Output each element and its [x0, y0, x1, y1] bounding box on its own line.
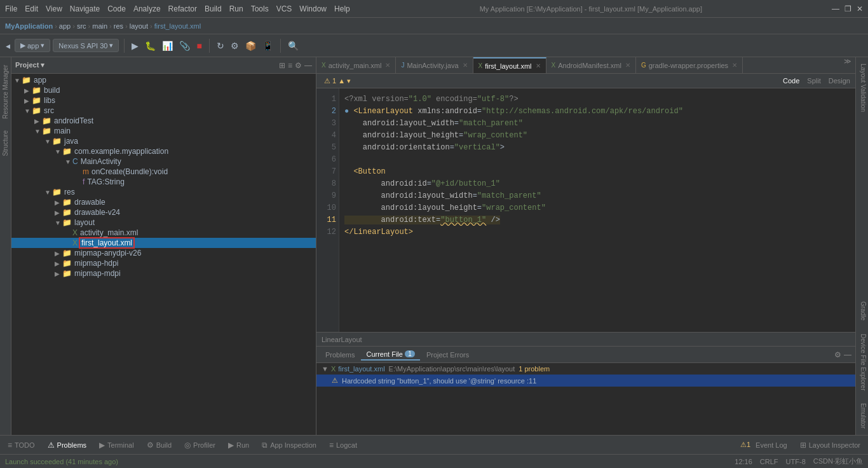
window-controls[interactable]: — ❐ ✕ [832, 4, 863, 13]
tree-item-tag[interactable]: f TAG:String [11, 177, 316, 187]
gradle-sync-icon[interactable]: ⚙ [229, 39, 241, 53]
bottom-tab-terminal[interactable]: ▶ Terminal [97, 439, 137, 451]
problems-tab-all[interactable]: Problems [320, 350, 360, 360]
breadcrumb-app-module[interactable]: app [59, 22, 71, 30]
menu-run[interactable]: Run [229, 4, 243, 13]
problems-close-icon[interactable]: — [844, 350, 851, 359]
breadcrumb-main[interactable]: main [92, 22, 107, 30]
tree-item-mipmap-anydpi[interactable]: ▶ 📁 mipmap-anydpi-v26 [11, 248, 316, 258]
bottom-tab-todo[interactable]: ≡ TODO [5, 439, 37, 451]
menu-build[interactable]: Build [205, 4, 222, 13]
bottom-tab-app-inspection[interactable]: ⧉ App Inspection [259, 439, 319, 451]
tab-close-mainactivity[interactable]: ✕ [463, 62, 468, 69]
code-view-button[interactable]: Code [780, 76, 802, 85]
tree-item-java[interactable]: ▼ 📁 java [11, 136, 316, 146]
split-view-button[interactable]: Split [804, 76, 823, 85]
menu-navigate[interactable]: Navigate [70, 4, 100, 13]
tab-close-androidmanifest[interactable]: ✕ [625, 62, 630, 69]
expand-arrow-app[interactable]: ▼ [14, 77, 22, 84]
menu-code[interactable]: Code [107, 4, 126, 13]
panel-expand-icon[interactable]: ⊞ [279, 61, 285, 70]
expand-arrow-drawable[interactable]: ▶ [55, 199, 62, 206]
bottom-event-log[interactable]: ⚠1 Event Log [738, 439, 790, 450]
menu-analyze[interactable]: Analyze [133, 4, 161, 13]
stop-button[interactable]: ■ [194, 39, 203, 53]
menu-bar[interactable]: File Edit View Navigate Code Analyze Ref… [5, 4, 350, 13]
tree-item-drawable[interactable]: ▶ 📁 drawable [11, 197, 316, 207]
bottom-tab-profiler[interactable]: ◎ Profiler [182, 439, 218, 451]
tree-item-mipmap-mdpi[interactable]: ▶ 📁 mipmap-mdpi [11, 268, 316, 279]
menu-edit[interactable]: Edit [25, 4, 38, 13]
menu-view[interactable]: View [46, 4, 62, 13]
breadcrumb-res[interactable]: res [114, 22, 123, 30]
expand-arrow-mainactivity[interactable]: ▼ [65, 158, 72, 165]
bottom-layout-inspector[interactable]: ⊞ Layout Inspector [797, 439, 863, 451]
breadcrumb-app[interactable]: MyApplication [5, 22, 53, 30]
panel-minimize-icon[interactable]: — [304, 61, 312, 70]
tree-item-src[interactable]: ▼ 📁 src [11, 106, 316, 116]
panel-menu-icon[interactable]: ≡ [288, 61, 292, 70]
design-view-button[interactable]: Design [826, 76, 853, 85]
tab-first-layout[interactable]: X first_layout.xml ✕ [473, 57, 546, 73]
expand-arrow-mipmap-hdpi[interactable]: ▶ [55, 260, 62, 267]
tree-item-build[interactable]: ▶ 📁 build [11, 85, 316, 95]
tab-close-gradle[interactable]: ✕ [732, 62, 737, 69]
problem-file-row[interactable]: ▼ X first_layout.xml E:\MyApplication\ap… [316, 363, 855, 375]
code-editor[interactable]: <?xml version="1.0" encoding="utf-8"?> ●… [339, 88, 855, 332]
tab-androidmanifest[interactable]: X AndroidManifest.xml ✕ [546, 57, 636, 73]
menu-tools[interactable]: Tools [251, 4, 269, 13]
problems-tab-current-file[interactable]: Current File 1 [361, 349, 419, 361]
tree-item-androidtest[interactable]: ▶ 📁 androidTest [11, 116, 316, 126]
attach-button[interactable]: 📎 [177, 39, 192, 53]
tree-item-package[interactable]: ▼ 📁 com.example.myapplication [11, 146, 316, 156]
panel-settings-icon[interactable]: ⚙ [295, 61, 302, 70]
search-everywhere-icon[interactable]: 🔍 [286, 39, 301, 53]
expand-arrow-androidtest[interactable]: ▶ [34, 118, 42, 125]
tab-activity-main[interactable]: X activity_main.xml ✕ [316, 57, 396, 73]
expand-arrow-java[interactable]: ▼ [44, 138, 52, 145]
avd-manager-icon[interactable]: 📱 [261, 39, 275, 53]
run-button[interactable]: ▶ [130, 39, 140, 53]
breadcrumb-file[interactable]: first_layout.xml [154, 22, 201, 30]
expand-arrow-src[interactable]: ▼ [24, 107, 32, 114]
tree-item-mainactivity[interactable]: ▼ C MainActivity [11, 156, 316, 167]
sdk-manager-icon[interactable]: 📦 [243, 39, 258, 53]
sidebar-resource-manager[interactable]: Resource Manager [1, 60, 10, 124]
problems-tab-project-errors[interactable]: Project Errors [421, 350, 474, 360]
bottom-tab-logcat[interactable]: ≡ Logcat [327, 439, 360, 451]
problem-item-row[interactable]: ⚠ Hardcoded string "button_1", should us… [316, 375, 855, 387]
tree-item-main[interactable]: ▼ 📁 main [11, 126, 316, 136]
tabs-overflow-icon[interactable]: ≫ [840, 57, 855, 73]
profile-button[interactable]: 📊 [160, 39, 175, 53]
minimize-button[interactable]: — [832, 4, 839, 13]
sync-button[interactable]: ↻ [215, 39, 226, 53]
tree-item-first-layout[interactable]: X first_layout.xml [11, 238, 316, 248]
menu-window[interactable]: Window [299, 4, 327, 13]
problems-settings-icon[interactable]: ⚙ [834, 350, 841, 359]
tree-item-drawable-v24[interactable]: ▶ 📁 drawable-v24 [11, 207, 316, 217]
menu-help[interactable]: Help [334, 4, 350, 13]
menu-vcs[interactable]: VCS [276, 4, 292, 13]
close-button[interactable]: ✕ [857, 4, 863, 13]
sidebar-emulator[interactable]: Emulator [856, 397, 868, 435]
bottom-tab-build[interactable]: ⚙ Build [144, 439, 174, 451]
sidebar-device-file-explorer[interactable]: Device File Explorer [856, 327, 868, 397]
breadcrumb-src[interactable]: src [77, 22, 86, 30]
device-selector[interactable]: Nexus S API 30 ▾ [53, 39, 119, 52]
sidebar-gradle[interactable]: Gradle [856, 295, 868, 327]
expand-arrow-mipmap-anydpi[interactable]: ▶ [55, 250, 62, 257]
tab-mainactivity-java[interactable]: J MainActivity.java ✕ [396, 57, 473, 73]
expand-arrow-res[interactable]: ▼ [44, 189, 52, 196]
menu-file[interactable]: File [5, 4, 17, 13]
toolbar-back-icon[interactable]: ◂ [4, 39, 12, 53]
tree-item-oncreate[interactable]: m onCreate(Bundle):void [11, 167, 316, 177]
expand-arrow-drawable-v24[interactable]: ▶ [55, 209, 62, 216]
sidebar-structure[interactable]: Structure [1, 125, 10, 162]
expand-arrow-libs[interactable]: ▶ [24, 97, 32, 104]
sidebar-layout-validation[interactable]: Layout Validation [856, 57, 868, 118]
tree-item-activity-main[interactable]: X activity_main.xml [11, 228, 316, 238]
bottom-tab-problems[interactable]: ⚠ Problems [45, 439, 89, 451]
tab-close-first-layout[interactable]: ✕ [536, 62, 541, 69]
expand-arrow-layout[interactable]: ▼ [55, 219, 62, 226]
maximize-button[interactable]: ❐ [844, 4, 851, 13]
